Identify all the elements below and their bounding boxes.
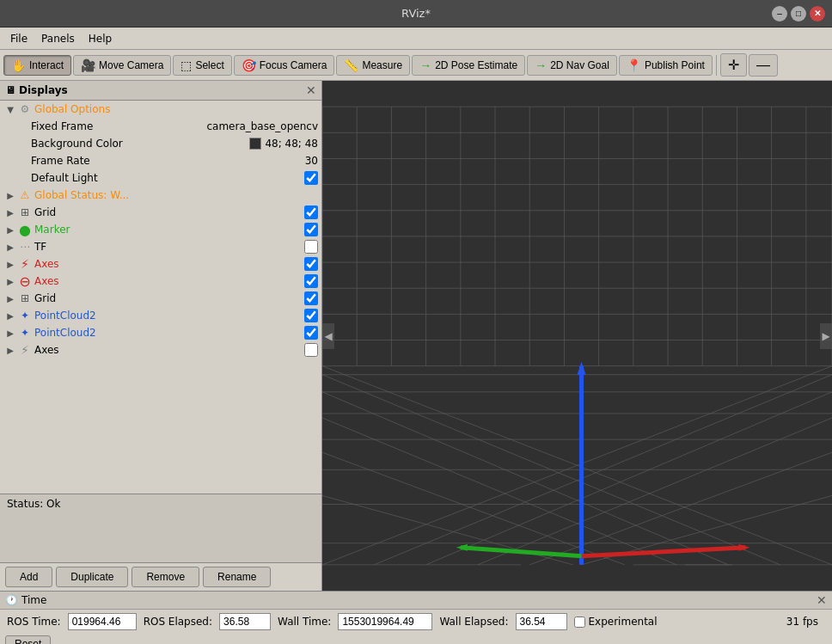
- pointcloud2-label: PointCloud2: [34, 327, 304, 339]
- fixed-frame-label: Fixed Frame: [31, 120, 206, 132]
- menu-panels[interactable]: Panels: [34, 31, 82, 46]
- tf-icon: ⋯: [17, 239, 33, 255]
- axes1-checkbox[interactable]: [304, 257, 318, 271]
- pointcloud1-icon: ✦: [17, 308, 33, 323]
- tree-item-tf[interactable]: ▶ ⋯ TF: [0, 238, 321, 255]
- default-light-checkbox[interactable]: [304, 171, 318, 185]
- wall-elapsed-input[interactable]: [516, 613, 567, 630]
- pointcloud1-label: PointCloud2: [34, 310, 304, 322]
- warning-icon: ⚠: [17, 187, 33, 203]
- axes2-checkbox[interactable]: [304, 274, 318, 288]
- tree-item-grid1[interactable]: ▶ ⊞ Grid: [0, 204, 321, 221]
- interact-icon: ✋: [11, 58, 26, 72]
- time-bar-close-button[interactable]: ✕: [817, 593, 827, 607]
- menubar: File Panels Help: [0, 28, 832, 50]
- tree-view: ▼ ⚙ Global Options Fixed Frame camera_ba…: [0, 101, 321, 494]
- tree-item-axes2[interactable]: ▶ ⊖ Axes: [0, 273, 321, 290]
- tree-item-default-light[interactable]: Default Light: [0, 169, 321, 187]
- clock-icon: 🕐: [5, 594, 18, 606]
- select-label: Select: [195, 59, 223, 71]
- tree-item-global-status[interactable]: ▶ ⚠ Global Status: W...: [0, 187, 321, 204]
- pointcloud1-checkbox[interactable]: [304, 309, 318, 322]
- tree-item-grid2[interactable]: ▶ ⊞ Grid: [0, 290, 321, 307]
- add-button[interactable]: Add: [5, 567, 52, 587]
- 2d-pose-icon: →: [419, 58, 431, 72]
- focus-camera-icon: 🎯: [242, 58, 256, 72]
- axes3-label: Axes: [34, 344, 304, 356]
- 2d-pose-button[interactable]: → 2D Pose Estimate: [412, 55, 525, 76]
- expand-grid1: ▶: [3, 208, 17, 218]
- ros-time-label: ROS Time:: [7, 616, 61, 628]
- tree-item-pointcloud1[interactable]: ▶ ✦ PointCloud2: [0, 307, 321, 324]
- focus-camera-button[interactable]: 🎯 Focus Camera: [234, 55, 335, 76]
- 2d-nav-button[interactable]: → 2D Nav Goal: [527, 55, 617, 76]
- rename-button[interactable]: Rename: [203, 567, 271, 587]
- menu-help[interactable]: Help: [82, 31, 119, 46]
- grid1-checkbox[interactable]: [304, 205, 318, 219]
- bg-color-value: 48; 48; 48: [265, 138, 321, 150]
- time-fields: ROS Time: ROS Elapsed: Wall Time: Wall E…: [0, 610, 832, 634]
- pointcloud2-checkbox[interactable]: [304, 326, 318, 340]
- marker-dot-icon: ●: [17, 222, 33, 237]
- experimental-label: Experimental: [574, 616, 658, 628]
- default-light-label: Default Light: [31, 172, 304, 184]
- fixed-frame-value: camera_base_opencv: [206, 120, 321, 132]
- tree-item-global-options[interactable]: ▼ ⚙ Global Options: [0, 101, 321, 118]
- duplicate-button[interactable]: Duplicate: [56, 567, 128, 587]
- toolbar-plus-button[interactable]: ✛: [720, 53, 747, 77]
- maximize-button[interactable]: □: [791, 6, 806, 21]
- menu-file[interactable]: File: [3, 31, 34, 46]
- remove-button[interactable]: Remove: [132, 567, 199, 587]
- window-title: RViz*: [401, 7, 431, 20]
- select-button[interactable]: ⬚ Select: [173, 55, 231, 76]
- ros-elapsed-label: ROS Elapsed:: [144, 616, 212, 628]
- bottom-bar: 🕐 Time ✕ ROS Time: ROS Elapsed: Wall Tim…: [0, 591, 832, 644]
- close-button[interactable]: ✕: [810, 6, 825, 21]
- tree-item-frame-rate[interactable]: Frame Rate 30: [0, 152, 321, 169]
- wall-time-input[interactable]: [338, 613, 432, 630]
- expand-pc2: ▶: [3, 328, 17, 338]
- interact-button[interactable]: ✋ Interact: [3, 55, 71, 76]
- expand-icon: ▼: [3, 105, 17, 114]
- publish-point-button[interactable]: 📍 Publish Point: [619, 55, 713, 76]
- tree-item-axes3[interactable]: ▶ ⚡ Axes: [0, 341, 321, 359]
- wall-elapsed-label: Wall Elapsed:: [439, 616, 508, 628]
- marker-checkbox[interactable]: [304, 223, 318, 236]
- grid-icon: ⊞: [17, 205, 33, 220]
- measure-button[interactable]: 📏 Measure: [336, 55, 410, 76]
- interact-label: Interact: [29, 59, 64, 71]
- status-bar: Status: Ok: [0, 494, 321, 562]
- viewport-arrow-right[interactable]: ▶: [820, 323, 832, 349]
- axes3-icon: ⚡: [17, 342, 33, 358]
- focus-camera-label: Focus Camera: [260, 59, 327, 71]
- viewport-arrow-left[interactable]: ◀: [322, 323, 334, 349]
- tree-item-axes1[interactable]: ▶ ⚡ Axes: [0, 255, 321, 273]
- expand-grid2: ▶: [3, 294, 17, 304]
- move-camera-button[interactable]: 🎥 Move Camera: [73, 55, 171, 76]
- bg-color-label: Background Color: [31, 138, 249, 150]
- time-panel-title: Time: [21, 594, 46, 606]
- wall-time-label: Wall Time:: [278, 616, 331, 628]
- tree-item-bg-color[interactable]: Background Color 48; 48; 48: [0, 135, 321, 152]
- minimize-button[interactable]: –: [772, 6, 787, 21]
- tree-item-fixed-frame[interactable]: Fixed Frame camera_base_opencv: [0, 118, 321, 135]
- 3d-viewport[interactable]: ◀ ▶: [322, 81, 832, 591]
- grid2-checkbox[interactable]: [304, 291, 318, 305]
- reset-button[interactable]: Reset: [5, 635, 51, 644]
- tree-item-marker[interactable]: ▶ ● Marker: [0, 221, 321, 238]
- expand-tf: ▶: [3, 242, 17, 252]
- toolbar-minus-button[interactable]: —: [749, 54, 778, 77]
- expand-axes1: ▶: [3, 260, 17, 269]
- ros-time-input[interactable]: [68, 613, 137, 630]
- tf-checkbox[interactable]: [304, 240, 318, 254]
- gear-icon: ⚙: [17, 101, 33, 117]
- tree-item-pointcloud2[interactable]: ▶ ✦ PointCloud2: [0, 324, 321, 341]
- publish-point-label: Publish Point: [645, 59, 705, 71]
- remove-icon: ⊖: [17, 273, 33, 289]
- 2d-nav-icon: →: [535, 58, 547, 72]
- ros-elapsed-input[interactable]: [219, 613, 271, 630]
- axes3-checkbox[interactable]: [304, 343, 318, 357]
- window-controls[interactable]: – □ ✕: [772, 6, 825, 21]
- panel-close-button[interactable]: ✕: [306, 83, 316, 97]
- experimental-checkbox[interactable]: [574, 616, 585, 628]
